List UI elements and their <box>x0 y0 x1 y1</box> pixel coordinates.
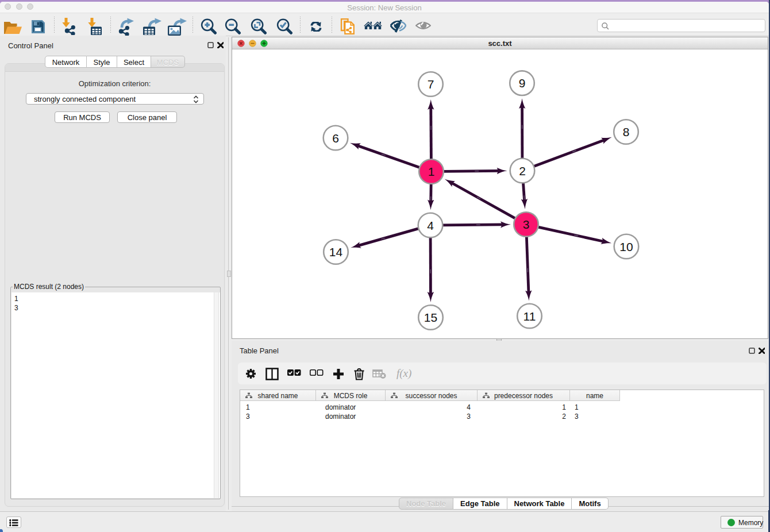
svg-text:11: 11 <box>523 310 536 323</box>
svg-text:4: 4 <box>427 219 434 232</box>
svg-text:14: 14 <box>329 245 343 259</box>
svg-text:15: 15 <box>424 311 437 324</box>
svg-text:6: 6 <box>332 132 339 145</box>
svg-text:10: 10 <box>619 240 633 253</box>
svg-text:8: 8 <box>623 125 630 138</box>
svg-text:2: 2 <box>519 164 526 178</box>
svg-text:7: 7 <box>428 78 434 91</box>
svg-text:3: 3 <box>523 218 530 231</box>
svg-text:9: 9 <box>519 76 526 90</box>
svg-text:1: 1 <box>428 165 435 178</box>
